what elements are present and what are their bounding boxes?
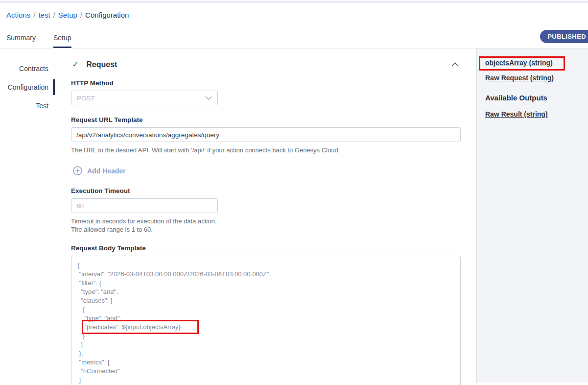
input-raw-request-link[interactable]: Raw Request (string) — [485, 74, 554, 82]
breadcrumb-separator: / — [80, 11, 82, 19]
breadcrumb-current: Configuration — [85, 11, 129, 19]
sidebar-item-configuration[interactable]: Configuration — [0, 78, 55, 96]
request-url-input[interactable] — [71, 127, 461, 142]
execution-timeout-helper: Timeout in seconds for execution of the … — [71, 217, 461, 234]
inputs-outputs-panel: objectsArray (string) Raw Request (strin… — [476, 48, 588, 383]
breadcrumb-link-setup[interactable]: Setup — [58, 11, 77, 19]
configuration-form: ✓ Request HTTP Method POST Request URL T… — [55, 48, 476, 383]
execution-timeout-helper-line2: The allowed range is 1 to 60. — [71, 225, 461, 234]
output-raw-result-link[interactable]: Raw Result (string) — [485, 110, 548, 118]
request-url-label: Request URL Template — [71, 116, 461, 123]
breadcrumb-separator: / — [33, 11, 35, 19]
add-header-label: Add Header — [87, 167, 126, 175]
execution-timeout-label: Execution Timeout — [71, 187, 461, 194]
tab-summary[interactable]: Summary — [6, 34, 36, 48]
breadcrumb-separator: / — [53, 11, 55, 19]
http-method-label: HTTP Method — [71, 79, 461, 87]
tab-bar: Summary Setup PUBLISHED — [0, 26, 588, 48]
request-body-label: Request Body Template — [71, 244, 461, 252]
valid-check-icon: ✓ — [72, 59, 79, 70]
request-url-helper: The URL to the desired API. Will start w… — [71, 146, 461, 154]
available-outputs-heading: Available Outputs — [485, 94, 583, 102]
tab-setup[interactable]: Setup — [53, 34, 71, 48]
execution-timeout-input[interactable] — [71, 198, 218, 213]
collapse-section-button[interactable] — [449, 61, 461, 68]
sidebar-item-contracts[interactable]: Contracts — [0, 59, 55, 78]
request-body-wrap: { "interval": "2026-03-04T03:00:00.000Z/… — [71, 256, 461, 385]
chevron-down-icon — [205, 96, 212, 100]
breadcrumb-link-test[interactable]: test — [38, 11, 50, 19]
left-sidebar: Contracts Configuration Test — [0, 48, 55, 383]
breadcrumb-link-actions[interactable]: Actions — [6, 11, 30, 19]
chevron-up-icon — [451, 62, 459, 67]
breadcrumb: Actions/test/Setup/Configuration — [0, 2, 588, 19]
add-header-button[interactable]: Add Header — [73, 166, 126, 175]
sidebar-item-test[interactable]: Test — [0, 96, 55, 115]
http-method-select[interactable]: POST — [71, 91, 218, 105]
plus-circle-icon — [73, 166, 82, 175]
request-section-title: Request — [86, 60, 449, 69]
input-objectsarray-link[interactable]: objectsArray (string) — [485, 59, 553, 67]
http-method-value: POST — [77, 95, 95, 102]
status-badge: PUBLISHED — [540, 30, 588, 43]
request-body-textarea[interactable]: { "interval": "2026-03-04T03:00:00.000Z/… — [71, 256, 461, 385]
request-section-header[interactable]: ✓ Request — [71, 59, 461, 70]
execution-timeout-helper-line1: Timeout in seconds for execution of the … — [71, 217, 461, 225]
